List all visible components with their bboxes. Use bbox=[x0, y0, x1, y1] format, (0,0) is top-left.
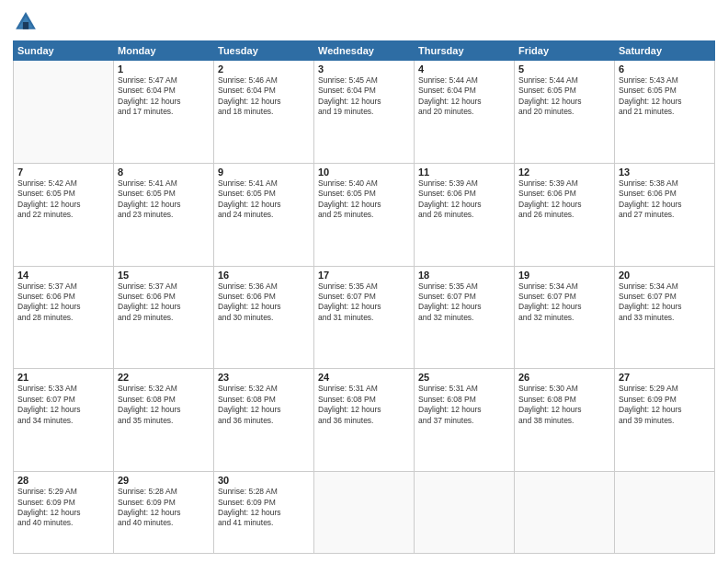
day-number: 14 bbox=[17, 270, 109, 281]
day-info: Sunrise: 5:34 AM Sunset: 6:07 PM Dayligh… bbox=[619, 282, 711, 324]
weekday-header-monday: Monday bbox=[114, 41, 214, 61]
day-number: 26 bbox=[518, 372, 610, 383]
weekday-header-sunday: Sunday bbox=[14, 41, 114, 61]
header bbox=[13, 9, 715, 35]
day-info: Sunrise: 5:39 AM Sunset: 6:06 PM Dayligh… bbox=[518, 178, 610, 221]
day-info: Sunrise: 5:28 AM Sunset: 6:09 PM Dayligh… bbox=[218, 487, 310, 529]
calendar-cell: 15Sunrise: 5:37 AM Sunset: 6:06 PM Dayli… bbox=[114, 266, 214, 369]
day-info: Sunrise: 5:43 AM Sunset: 6:05 PM Dayligh… bbox=[619, 75, 711, 118]
calendar-cell: 21Sunrise: 5:33 AM Sunset: 6:07 PM Dayli… bbox=[14, 369, 114, 472]
calendar-week-row: 28Sunrise: 5:29 AM Sunset: 6:09 PM Dayli… bbox=[14, 472, 715, 554]
weekday-header-saturday: Saturday bbox=[615, 41, 715, 61]
calendar-cell: 17Sunrise: 5:35 AM Sunset: 6:07 PM Dayli… bbox=[314, 266, 415, 369]
day-info: Sunrise: 5:32 AM Sunset: 6:08 PM Dayligh… bbox=[118, 384, 210, 426]
calendar-cell: 20Sunrise: 5:34 AM Sunset: 6:07 PM Dayli… bbox=[615, 266, 715, 369]
weekday-header-thursday: Thursday bbox=[415, 41, 515, 61]
calendar-week-row: 14Sunrise: 5:37 AM Sunset: 6:06 PM Dayli… bbox=[14, 266, 715, 369]
day-number: 24 bbox=[318, 372, 410, 383]
calendar-week-row: 1Sunrise: 5:47 AM Sunset: 6:04 PM Daylig… bbox=[14, 61, 715, 164]
calendar-cell: 16Sunrise: 5:36 AM Sunset: 6:06 PM Dayli… bbox=[214, 266, 314, 369]
calendar-week-row: 7Sunrise: 5:42 AM Sunset: 6:05 PM Daylig… bbox=[14, 163, 715, 266]
day-number: 3 bbox=[318, 63, 410, 75]
calendar-cell: 5Sunrise: 5:44 AM Sunset: 6:05 PM Daylig… bbox=[515, 61, 615, 164]
day-info: Sunrise: 5:38 AM Sunset: 6:06 PM Dayligh… bbox=[619, 178, 711, 221]
day-info: Sunrise: 5:44 AM Sunset: 6:04 PM Dayligh… bbox=[418, 75, 510, 118]
calendar-cell: 1Sunrise: 5:47 AM Sunset: 6:04 PM Daylig… bbox=[114, 61, 214, 164]
calendar-cell: 19Sunrise: 5:34 AM Sunset: 6:07 PM Dayli… bbox=[515, 266, 615, 369]
day-number: 2 bbox=[218, 63, 310, 75]
calendar-cell: 18Sunrise: 5:35 AM Sunset: 6:07 PM Dayli… bbox=[415, 266, 515, 369]
calendar-cell bbox=[615, 472, 715, 554]
day-number: 17 bbox=[318, 270, 410, 281]
day-number: 10 bbox=[318, 167, 410, 178]
day-info: Sunrise: 5:33 AM Sunset: 6:07 PM Dayligh… bbox=[17, 384, 109, 426]
day-number: 21 bbox=[17, 372, 109, 383]
calendar-cell: 12Sunrise: 5:39 AM Sunset: 6:06 PM Dayli… bbox=[515, 163, 615, 266]
day-number: 25 bbox=[418, 372, 510, 383]
calendar-cell: 13Sunrise: 5:38 AM Sunset: 6:06 PM Dayli… bbox=[615, 163, 715, 266]
day-number: 5 bbox=[518, 63, 610, 75]
calendar-cell: 26Sunrise: 5:30 AM Sunset: 6:08 PM Dayli… bbox=[515, 369, 615, 472]
weekday-header-wednesday: Wednesday bbox=[314, 41, 415, 61]
day-number: 22 bbox=[118, 372, 210, 383]
calendar-cell: 28Sunrise: 5:29 AM Sunset: 6:09 PM Dayli… bbox=[14, 472, 114, 554]
calendar-cell: 14Sunrise: 5:37 AM Sunset: 6:06 PM Dayli… bbox=[14, 266, 114, 369]
day-number: 20 bbox=[619, 270, 711, 281]
day-info: Sunrise: 5:41 AM Sunset: 6:05 PM Dayligh… bbox=[118, 178, 210, 221]
calendar-cell: 29Sunrise: 5:28 AM Sunset: 6:09 PM Dayli… bbox=[114, 472, 214, 554]
calendar-cell bbox=[515, 472, 615, 554]
day-number: 12 bbox=[518, 167, 610, 178]
day-number: 30 bbox=[218, 475, 310, 486]
day-info: Sunrise: 5:31 AM Sunset: 6:08 PM Dayligh… bbox=[318, 384, 410, 426]
day-info: Sunrise: 5:37 AM Sunset: 6:06 PM Dayligh… bbox=[17, 282, 109, 324]
day-info: Sunrise: 5:37 AM Sunset: 6:06 PM Dayligh… bbox=[118, 282, 210, 324]
calendar-cell: 23Sunrise: 5:32 AM Sunset: 6:08 PM Dayli… bbox=[214, 369, 314, 472]
day-number: 9 bbox=[218, 167, 310, 178]
day-info: Sunrise: 5:29 AM Sunset: 6:09 PM Dayligh… bbox=[619, 384, 711, 426]
day-number: 15 bbox=[118, 270, 210, 281]
calendar-cell: 11Sunrise: 5:39 AM Sunset: 6:06 PM Dayli… bbox=[415, 163, 515, 266]
calendar-cell: 10Sunrise: 5:40 AM Sunset: 6:05 PM Dayli… bbox=[314, 163, 415, 266]
day-number: 29 bbox=[118, 475, 210, 486]
calendar-cell: 8Sunrise: 5:41 AM Sunset: 6:05 PM Daylig… bbox=[114, 163, 214, 266]
calendar-cell: 3Sunrise: 5:45 AM Sunset: 6:04 PM Daylig… bbox=[314, 61, 415, 164]
calendar-cell: 7Sunrise: 5:42 AM Sunset: 6:05 PM Daylig… bbox=[14, 163, 114, 266]
logo bbox=[13, 9, 42, 35]
logo-icon bbox=[13, 9, 39, 35]
calendar-cell bbox=[314, 472, 415, 554]
calendar-cell: 4Sunrise: 5:44 AM Sunset: 6:04 PM Daylig… bbox=[415, 61, 515, 164]
day-number: 28 bbox=[17, 475, 109, 486]
calendar-cell bbox=[415, 472, 515, 554]
calendar-cell: 9Sunrise: 5:41 AM Sunset: 6:05 PM Daylig… bbox=[214, 163, 314, 266]
day-info: Sunrise: 5:42 AM Sunset: 6:05 PM Dayligh… bbox=[17, 178, 109, 221]
day-number: 16 bbox=[218, 270, 310, 281]
day-number: 1 bbox=[118, 63, 210, 75]
day-info: Sunrise: 5:32 AM Sunset: 6:08 PM Dayligh… bbox=[218, 384, 310, 426]
day-number: 11 bbox=[418, 167, 510, 178]
day-info: Sunrise: 5:35 AM Sunset: 6:07 PM Dayligh… bbox=[318, 282, 410, 324]
weekday-header-row: SundayMondayTuesdayWednesdayThursdayFrid… bbox=[14, 41, 715, 61]
calendar-cell: 25Sunrise: 5:31 AM Sunset: 6:08 PM Dayli… bbox=[415, 369, 515, 472]
weekday-header-friday: Friday bbox=[515, 41, 615, 61]
day-info: Sunrise: 5:45 AM Sunset: 6:04 PM Dayligh… bbox=[318, 75, 410, 118]
page: SundayMondayTuesdayWednesdayThursdayFrid… bbox=[0, 0, 728, 563]
day-info: Sunrise: 5:34 AM Sunset: 6:07 PM Dayligh… bbox=[518, 282, 610, 324]
day-number: 4 bbox=[418, 63, 510, 75]
day-info: Sunrise: 5:31 AM Sunset: 6:08 PM Dayligh… bbox=[418, 384, 510, 426]
calendar-cell: 24Sunrise: 5:31 AM Sunset: 6:08 PM Dayli… bbox=[314, 369, 415, 472]
day-info: Sunrise: 5:28 AM Sunset: 6:09 PM Dayligh… bbox=[118, 487, 210, 529]
calendar-week-row: 21Sunrise: 5:33 AM Sunset: 6:07 PM Dayli… bbox=[14, 369, 715, 472]
day-number: 6 bbox=[619, 63, 711, 75]
svg-rect-2 bbox=[23, 22, 28, 29]
calendar-cell: 6Sunrise: 5:43 AM Sunset: 6:05 PM Daylig… bbox=[615, 61, 715, 164]
calendar-table: SundayMondayTuesdayWednesdayThursdayFrid… bbox=[13, 40, 715, 554]
calendar-cell: 2Sunrise: 5:46 AM Sunset: 6:04 PM Daylig… bbox=[214, 61, 314, 164]
day-number: 27 bbox=[619, 372, 711, 383]
day-info: Sunrise: 5:36 AM Sunset: 6:06 PM Dayligh… bbox=[218, 282, 310, 324]
day-info: Sunrise: 5:47 AM Sunset: 6:04 PM Dayligh… bbox=[118, 75, 210, 118]
day-info: Sunrise: 5:29 AM Sunset: 6:09 PM Dayligh… bbox=[17, 487, 109, 529]
day-number: 8 bbox=[118, 167, 210, 178]
calendar-cell: 22Sunrise: 5:32 AM Sunset: 6:08 PM Dayli… bbox=[114, 369, 214, 472]
calendar-cell: 30Sunrise: 5:28 AM Sunset: 6:09 PM Dayli… bbox=[214, 472, 314, 554]
calendar-cell: 27Sunrise: 5:29 AM Sunset: 6:09 PM Dayli… bbox=[615, 369, 715, 472]
